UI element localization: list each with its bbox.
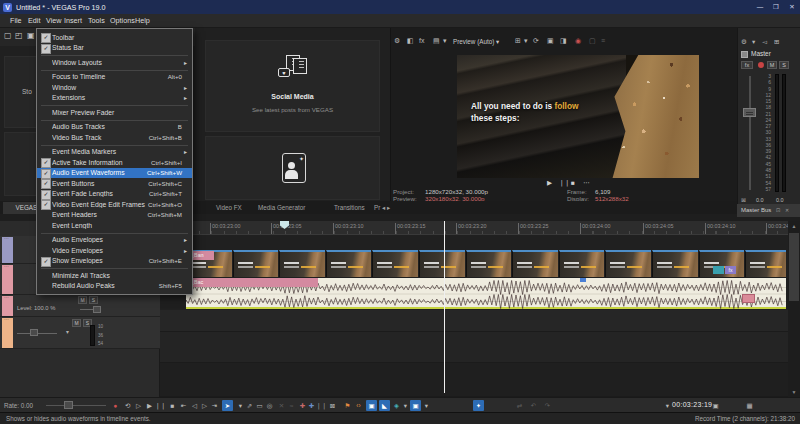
view-menu-item[interactable]: Show Envelopes Ctrl+Shift+E bbox=[37, 256, 192, 267]
audio-event-gain-button[interactable] bbox=[742, 294, 755, 303]
video-event[interactable] bbox=[279, 250, 325, 277]
timeline-empty-area[interactable] bbox=[160, 363, 788, 397]
video-output-fx-icon[interactable]: fx bbox=[419, 37, 424, 44]
preview-tool-icon-2[interactable]: ≡ bbox=[601, 37, 605, 44]
preview-more-button[interactable]: ⋯ bbox=[583, 179, 590, 187]
view-menu-item[interactable]: Event Length bbox=[37, 220, 192, 231]
save-frame-icon[interactable]: ◨ bbox=[560, 37, 567, 45]
save-project-icon[interactable]: ▣ bbox=[27, 31, 35, 40]
view-menu-item[interactable]: Audio Envelopes bbox=[37, 235, 192, 246]
scrollbar-thumb[interactable] bbox=[789, 233, 799, 301]
master-solo-button[interactable]: S bbox=[779, 61, 789, 69]
play-button[interactable]: ▶ bbox=[144, 400, 155, 411]
effects-button[interactable]: ✦ bbox=[473, 400, 484, 411]
tool-dropdown-2[interactable]: ▾ bbox=[421, 400, 432, 411]
edit-tool-button[interactable]: ➤ bbox=[222, 400, 233, 411]
view-menu-item[interactable]: Status Bar bbox=[37, 43, 192, 54]
loop-playback-button[interactable]: ⟲ bbox=[122, 400, 133, 411]
meter-options-icon[interactable]: ⊞ bbox=[774, 38, 779, 46]
gray-tool-1[interactable]: ⇄ bbox=[514, 400, 525, 411]
preview-quality-select[interactable]: Preview (Auto) ▾ bbox=[453, 38, 499, 45]
hold-button[interactable]: ❘❘ bbox=[316, 400, 327, 411]
new-project-icon[interactable]: ▢ bbox=[4, 31, 12, 40]
view-menu-item[interactable]: Focus to Timeline Alt+0 bbox=[37, 72, 192, 83]
scroll-down-icon[interactable]: ▼ bbox=[788, 387, 800, 397]
dock-tab[interactable]: Transitions bbox=[334, 201, 365, 214]
preview-settings-icon[interactable]: ⚙ bbox=[394, 37, 400, 45]
open-project-icon[interactable]: ◰ bbox=[15, 31, 23, 40]
go-to-start-button[interactable]: ⇤ bbox=[178, 400, 189, 411]
video-event[interactable] bbox=[559, 250, 605, 277]
tab-master-bus[interactable]: Master Bus ⊡ ✕ bbox=[737, 204, 800, 217]
view-menu-item[interactable]: Extensions bbox=[37, 93, 192, 104]
auto-ripple-button[interactable]: ◣ bbox=[379, 400, 390, 411]
view-menu-item[interactable]: Rebuild Audio Peaks Shift+F5 bbox=[37, 281, 192, 292]
track-level-slider[interactable] bbox=[93, 306, 101, 313]
view-menu-item[interactable]: Event Headers Ctrl+Shift+M bbox=[37, 210, 192, 221]
video-event[interactable] bbox=[233, 250, 279, 277]
trim-tool-button[interactable]: ≈ bbox=[286, 400, 297, 411]
marker-flag-button[interactable]: ⚑ bbox=[342, 400, 353, 411]
video-event[interactable] bbox=[372, 250, 418, 277]
view-menu-item[interactable]: Event Buttons Ctrl+Shift+C bbox=[37, 178, 192, 189]
view-menu-item[interactable]: Video Event Edge Edit Frames Ctrl+Shift+… bbox=[37, 199, 192, 210]
menubar-item[interactable]: File bbox=[6, 14, 26, 28]
view-menu-item[interactable]: Video Envelopes bbox=[37, 245, 192, 256]
region-button[interactable]: ‹› bbox=[353, 400, 364, 411]
video-event[interactable] bbox=[466, 250, 512, 277]
view-menu-item[interactable]: Event Media Markers bbox=[37, 147, 192, 158]
dock-tab[interactable]: Media Generator bbox=[258, 201, 305, 214]
solo-button[interactable]: S bbox=[89, 296, 98, 304]
master-fx-button[interactable]: fx bbox=[741, 61, 753, 69]
minimize-button[interactable]: — bbox=[752, 0, 768, 14]
master-settings-icon[interactable]: ⚙ bbox=[741, 38, 747, 46]
event-pan-crop-button[interactable] bbox=[713, 266, 724, 274]
lock-button[interactable]: ⊠ bbox=[327, 400, 338, 411]
mute-button[interactable]: M bbox=[78, 296, 87, 304]
zoom-tool-button[interactable]: ◎ bbox=[264, 400, 275, 411]
view-menu-item[interactable]: Toolbar bbox=[37, 32, 192, 43]
preview-tool-icon-1[interactable]: ▢ bbox=[589, 37, 596, 45]
preview-pause-button[interactable]: ❘❘ bbox=[559, 179, 570, 187]
audio-track-lane[interactable]: it_Bac bbox=[160, 278, 788, 309]
view-menu-item[interactable]: Audio Event Waveforms Ctrl+Shift+W bbox=[37, 168, 192, 179]
master-mute-button[interactable]: M bbox=[767, 61, 777, 69]
video-event[interactable] bbox=[326, 250, 372, 277]
track-header-audio-2[interactable]: M S Level: 100.0 % bbox=[0, 295, 160, 317]
empty-track-lane[interactable] bbox=[160, 310, 788, 332]
record-video-icon[interactable]: ◉ bbox=[575, 37, 581, 45]
stop-button[interactable]: ■ bbox=[167, 400, 178, 411]
view-menu-item[interactable]: Minimize All Tracks bbox=[37, 270, 192, 281]
video-event[interactable] bbox=[512, 250, 558, 277]
split-screen-view-icon[interactable]: ◧ bbox=[407, 37, 414, 45]
external-monitor-icon[interactable]: ▤ bbox=[433, 37, 440, 45]
group-button[interactable]: ▣ bbox=[410, 400, 421, 411]
close-button[interactable]: ✕ bbox=[784, 0, 800, 14]
rate-slider-handle[interactable] bbox=[64, 401, 73, 409]
dock-tab[interactable]: ◂ bbox=[382, 201, 385, 214]
view-menu-item[interactable]: Window bbox=[37, 82, 192, 93]
timecode-display[interactable]: 00:03:23:19 bbox=[672, 401, 712, 408]
creator-card[interactable]: ✦ bbox=[205, 136, 380, 200]
grid-overlay-icon[interactable]: ⊞ bbox=[515, 37, 521, 45]
view-menu-item[interactable]: Video Bus Track Ctrl+Shift+B bbox=[37, 132, 192, 143]
play-from-start-button[interactable]: ▷ bbox=[133, 400, 144, 411]
event-fx-button[interactable]: fx bbox=[725, 266, 736, 274]
region-display-icon[interactable]: ▦ bbox=[744, 400, 755, 411]
fader-lock-icon[interactable]: ⊠ bbox=[741, 196, 746, 203]
go-to-end-button[interactable]: ⇥ bbox=[209, 400, 220, 411]
audio-event[interactable]: it_Bac bbox=[186, 278, 786, 309]
view-menu-item[interactable]: Window Layouts bbox=[37, 57, 192, 68]
redo-button[interactable]: ↷ bbox=[542, 400, 553, 411]
video-track-lane[interactable]: it_Ban fx bbox=[160, 250, 788, 278]
maximize-button[interactable]: ❐ bbox=[768, 0, 784, 14]
snap-toggle-button[interactable]: ▣ bbox=[366, 400, 377, 411]
undo-button[interactable]: ↶ bbox=[528, 400, 539, 411]
close-icon[interactable]: ✕ bbox=[785, 207, 789, 213]
track-header-audio-3[interactable]: M S ▾ 103654 bbox=[0, 317, 160, 349]
pause-button[interactable]: ❘❘ bbox=[155, 400, 166, 411]
view-menu-item[interactable]: Event Fade Lengths Ctrl+Shift+T bbox=[37, 189, 192, 200]
overlay-dropdown-icon[interactable]: ▾ bbox=[524, 37, 528, 45]
master-fader-handle[interactable] bbox=[743, 108, 756, 117]
social-media-card[interactable]: ♥ Social Media See latest posts from VEG… bbox=[205, 40, 380, 132]
